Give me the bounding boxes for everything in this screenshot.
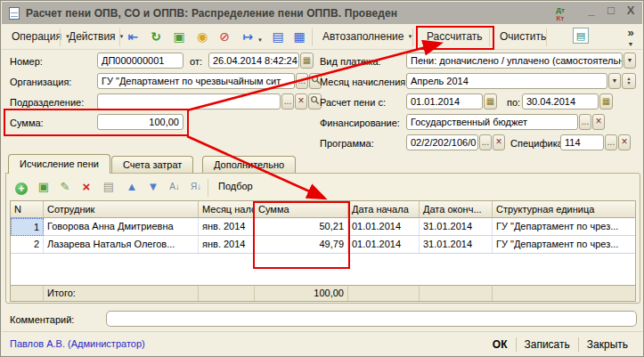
select-ellipsis-button[interactable]: ... bbox=[281, 93, 294, 110]
enter-document-icon[interactable]: ⇤ bbox=[123, 28, 143, 46]
spinner-control[interactable]: ▲▼ bbox=[622, 73, 636, 89]
payment-type-label: Вид платежа: bbox=[320, 56, 381, 67]
calendar-icon[interactable]: ▦ bbox=[599, 93, 613, 110]
calculate-button[interactable]: Рассчитать bbox=[420, 27, 489, 47]
number-field[interactable]: ДП000000001 bbox=[97, 53, 183, 69]
table-cell[interactable]: Лазарева Наталья Олегов... bbox=[44, 236, 199, 254]
copy-row-button[interactable]: ▣ bbox=[34, 178, 53, 196]
column-header-unit[interactable]: Структурная единица bbox=[493, 201, 635, 218]
toolbar-separator bbox=[60, 28, 61, 46]
maximize-button[interactable]: □ bbox=[602, 4, 620, 17]
total-row-cell bbox=[420, 285, 493, 301]
payment-type-field[interactable]: Пени: доначислено / уплачено (самостояте… bbox=[406, 53, 623, 69]
toolbar-separator bbox=[412, 28, 413, 46]
column-header-date-end[interactable]: Дата оконч... bbox=[420, 201, 493, 218]
table-cell[interactable]: ГУ "Департамент по чрез... bbox=[493, 236, 635, 254]
select-ellipsis-button[interactable]: ... bbox=[579, 114, 591, 130]
actions-menu-button[interactable]: Действия▼ bbox=[62, 27, 131, 47]
add-row-button[interactable]: + bbox=[12, 178, 31, 196]
minimize-button[interactable]: _ bbox=[583, 4, 600, 17]
dropdown-arrow-icon[interactable]: ▼ bbox=[624, 53, 636, 69]
chevron-down-icon[interactable]: ▼ bbox=[256, 31, 265, 50]
date-from-label: от: bbox=[190, 56, 202, 67]
specifics-field[interactable]: 114 bbox=[560, 134, 604, 150]
toolbar-separator bbox=[312, 28, 313, 46]
clear-x-icon[interactable]: × bbox=[618, 134, 631, 150]
pick-button[interactable]: Подбор bbox=[213, 179, 258, 195]
comment-field[interactable] bbox=[106, 311, 637, 327]
end-edit-button[interactable]: ▤ bbox=[99, 178, 118, 196]
tab-penalty-calculation[interactable]: Исчисление пени bbox=[8, 154, 110, 174]
ok-button[interactable]: ОК bbox=[485, 337, 516, 353]
select-ellipsis-button[interactable]: ... bbox=[296, 73, 308, 89]
dropdown-arrow-icon[interactable]: ▼ bbox=[608, 73, 621, 89]
post-document-icon[interactable]: ◉ bbox=[192, 28, 212, 46]
tab-additional[interactable]: Дополнительно bbox=[202, 156, 296, 174]
table-cell[interactable]: 01.01.2014 bbox=[348, 218, 420, 236]
total-row-cell bbox=[199, 285, 255, 301]
table-cell[interactable]: ГУ "Департамент по чрез... bbox=[493, 218, 635, 236]
total-label: Итого: bbox=[44, 285, 199, 301]
organization-field[interactable]: ГУ "Департамент по чрезвычайным сит bbox=[97, 73, 295, 89]
clear-x-icon[interactable]: × bbox=[493, 134, 505, 150]
financing-label: Финансирование: bbox=[320, 118, 400, 128]
column-header-month[interactable]: Месяц нало... bbox=[199, 201, 255, 218]
program-label: Программа: bbox=[320, 138, 374, 149]
dt-kt-postings-icon[interactable]: ДтКт bbox=[550, 4, 570, 23]
column-header-date-start[interactable]: Дата начала bbox=[348, 201, 420, 218]
table-cell[interactable]: 49,79 bbox=[255, 236, 348, 254]
document-date-field[interactable]: 26.04.2014 8:42:24 bbox=[208, 53, 299, 69]
table-empty-area bbox=[11, 254, 635, 285]
department-field[interactable] bbox=[97, 93, 281, 110]
clear-button[interactable]: Очистить bbox=[493, 27, 552, 47]
bottom-buttons: ОК Записать Закрыть bbox=[485, 336, 636, 353]
clear-x-icon[interactable]: × bbox=[295, 93, 307, 110]
table-cell[interactable]: 01.01.2014 bbox=[348, 236, 420, 254]
sum-field[interactable]: 100,00 bbox=[97, 114, 183, 130]
sort-descending-button[interactable]: Я↓ bbox=[186, 178, 206, 196]
delete-row-button[interactable]: × bbox=[77, 178, 96, 196]
clear-x-icon[interactable]: × bbox=[592, 114, 605, 130]
sort-ascending-button[interactable]: А↓ bbox=[165, 178, 184, 196]
table-cell[interactable]: Говорова Анна Дмитриевна bbox=[44, 218, 199, 236]
column-header-n[interactable]: N bbox=[11, 201, 44, 218]
move-down-button[interactable]: ▼ bbox=[143, 178, 163, 196]
refresh-icon[interactable]: ↻ bbox=[146, 28, 166, 46]
create-based-on-icon[interactable]: ↦ bbox=[238, 28, 257, 46]
copy-document-icon[interactable]: ▣ bbox=[169, 28, 189, 46]
program-field[interactable]: 02/2/202/106/0 bbox=[406, 134, 478, 150]
table-cell[interactable]: 50,21 bbox=[255, 218, 348, 236]
calendar-icon[interactable]: ▦ bbox=[484, 93, 497, 110]
penalty-from-label: Расчет пени с: bbox=[320, 97, 386, 108]
list-icon[interactable]: ▤ bbox=[268, 28, 288, 46]
financing-field[interactable]: Государственный бюджет bbox=[406, 114, 578, 130]
grid-settings-icon[interactable]: ▦ bbox=[289, 28, 309, 46]
move-up-button[interactable]: ▲ bbox=[122, 178, 142, 196]
edit-row-button[interactable]: ✎ bbox=[55, 178, 75, 196]
penalty-from-field[interactable]: 01.01.2014 bbox=[406, 93, 483, 110]
close-document-button[interactable]: Закрыть bbox=[579, 337, 636, 353]
calendar-icon[interactable]: ▦ bbox=[300, 53, 314, 69]
tab-expense-accounts[interactable]: Счета затрат bbox=[111, 156, 193, 174]
table-cell[interactable]: 2 bbox=[11, 236, 44, 254]
accrual-month-field[interactable]: Апрель 2014 bbox=[406, 73, 607, 89]
toolbar-separator bbox=[119, 28, 120, 46]
close-button[interactable]: X bbox=[622, 4, 640, 17]
select-ellipsis-button[interactable]: ... bbox=[605, 134, 617, 150]
table-cell[interactable]: 31.01.2014 bbox=[420, 236, 493, 254]
autofill-button[interactable]: Автозаполнение▼ bbox=[316, 27, 419, 47]
department-label: Подразделение: bbox=[10, 97, 84, 108]
table-cell[interactable]: 31.01.2014 bbox=[420, 218, 493, 236]
toolbar-overflow-button[interactable]: »▼ bbox=[624, 27, 638, 50]
column-header-employee[interactable]: Сотрудник bbox=[44, 201, 199, 218]
penalty-to-field[interactable]: 30.04.2014 bbox=[522, 93, 599, 110]
table-cell[interactable]: 1 bbox=[11, 218, 44, 236]
table-cell[interactable]: янв. 2014 bbox=[199, 218, 255, 236]
table-cell[interactable]: янв. 2014 bbox=[199, 236, 255, 254]
statusbar-divider bbox=[2, 331, 642, 332]
select-ellipsis-button[interactable]: ... bbox=[479, 134, 492, 150]
unpost-document-icon[interactable]: ⊘ bbox=[215, 28, 234, 46]
column-header-sum[interactable]: Сумма bbox=[255, 201, 348, 218]
write-button[interactable]: Записать bbox=[517, 337, 578, 353]
report-icon[interactable]: ▤ bbox=[573, 28, 589, 44]
